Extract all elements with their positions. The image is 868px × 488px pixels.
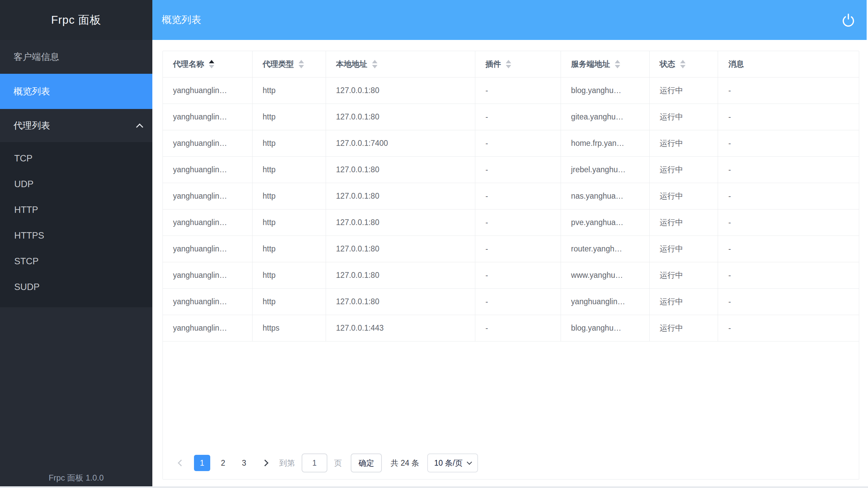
cell-local-addr: 127.0.0.1:80 <box>326 77 476 104</box>
table-body: yanghuanglin… http 127.0.0.1:80 - blog.y… <box>163 77 859 341</box>
page-button-2[interactable]: 2 <box>215 455 231 471</box>
column-label: 状态 <box>660 59 675 69</box>
table-row: yanghuanglin… http 127.0.0.1:80 - router… <box>163 236 859 262</box>
cell-proxy-type: http <box>253 289 326 315</box>
sort-icon <box>299 60 304 68</box>
sidebar-item-client-info[interactable]: 客户端信息 <box>0 40 152 74</box>
cell-proxy-name: yanghuanglin… <box>163 315 253 341</box>
sort-icon <box>209 60 214 68</box>
cell-message: - <box>718 209 859 236</box>
cell-proxy-type: http <box>253 77 326 104</box>
cell-local-addr: 127.0.0.1:80 <box>326 236 476 262</box>
submenu-label: STCP <box>14 256 39 267</box>
column-header-local-addr[interactable]: 本地地址 <box>326 51 476 77</box>
cell-server-addr: gitea.yanghu… <box>561 104 650 130</box>
cell-status: 运行中 <box>650 236 718 262</box>
table-row: yanghuanglin… http 127.0.0.1:80 - nas.ya… <box>163 183 859 209</box>
column-label: 服务端地址 <box>571 59 610 69</box>
cell-plugin: - <box>475 77 561 104</box>
overview-card: 代理名称 代理类型 本地地址 插件 服务端地址 状态 <box>162 51 859 480</box>
cell-server-addr: blog.yanghu… <box>561 315 650 341</box>
cell-message: - <box>718 183 859 209</box>
cell-proxy-type: http <box>253 209 326 236</box>
power-icon <box>841 12 856 28</box>
sort-icon <box>615 60 620 68</box>
sidebar-item-tcp[interactable]: TCP <box>0 146 152 171</box>
cell-local-addr: 127.0.0.1:443 <box>326 315 476 341</box>
cell-status: 运行中 <box>650 77 718 104</box>
chevron-right-icon <box>262 460 268 466</box>
cell-plugin: - <box>475 209 561 236</box>
cell-server-addr: yanghuanglin… <box>561 289 650 315</box>
sidebar-item-label: 概览列表 <box>14 85 50 97</box>
chevron-down-icon <box>466 459 472 465</box>
cell-status: 运行中 <box>650 209 718 236</box>
cell-proxy-name: yanghuanglin… <box>163 157 253 183</box>
cell-server-addr: home.frp.yan… <box>561 130 650 156</box>
cell-proxy-type: http <box>253 157 326 183</box>
cell-status: 运行中 <box>650 157 718 183</box>
sidebar-item-stcp[interactable]: STCP <box>0 248 152 274</box>
proxy-submenu: TCP UDP HTTP HTTPS STCP SUDP <box>0 142 152 307</box>
column-header-plugin[interactable]: 插件 <box>475 51 561 77</box>
cell-message: - <box>718 289 859 315</box>
cell-server-addr: jrebel.yanghu… <box>561 157 650 183</box>
sidebar-item-label: 客户端信息 <box>14 51 59 63</box>
page-button-3[interactable]: 3 <box>236 455 252 471</box>
page-size-select[interactable]: 10 条/页 <box>427 453 478 472</box>
chevron-up-icon <box>136 123 143 130</box>
cell-plugin: - <box>475 183 561 209</box>
cell-message: - <box>718 77 859 104</box>
chevron-left-icon <box>178 460 185 466</box>
table-row: yanghuanglin… http 127.0.0.1:80 - gitea.… <box>163 104 859 130</box>
cell-proxy-name: yanghuanglin… <box>163 130 253 156</box>
column-label: 代理名称 <box>173 59 204 69</box>
submenu-label: HTTPS <box>14 230 44 241</box>
goto-page-input[interactable] <box>302 453 327 472</box>
cell-plugin: - <box>475 315 561 341</box>
cell-proxy-type: http <box>253 183 326 209</box>
submenu-label: UDP <box>14 179 34 190</box>
page-size-value: 10 条/页 <box>434 458 462 468</box>
cell-proxy-type: https <box>253 315 326 341</box>
sort-icon <box>680 60 686 68</box>
confirm-button[interactable]: 确定 <box>351 453 382 472</box>
column-header-server-addr[interactable]: 服务端地址 <box>561 51 650 77</box>
column-header-status[interactable]: 状态 <box>650 51 718 77</box>
cell-plugin: - <box>475 262 561 288</box>
pagination: 1 2 3 到第 页 确定 共 24 条 10 条/页 <box>173 453 478 473</box>
cell-server-addr: blog.yanghu… <box>561 77 650 104</box>
cell-plugin: - <box>475 236 561 262</box>
submenu-label: SUDP <box>14 282 40 292</box>
next-page-button[interactable] <box>257 455 273 471</box>
sidebar-item-http[interactable]: HTTP <box>0 197 152 223</box>
page-button-1[interactable]: 1 <box>194 455 210 471</box>
sidebar-item-proxy-list[interactable]: 代理列表 <box>0 109 152 142</box>
cell-message: - <box>718 262 859 288</box>
cell-proxy-type: http <box>253 236 326 262</box>
sidebar-item-udp[interactable]: UDP <box>0 171 152 197</box>
cell-message: - <box>718 157 859 183</box>
cell-server-addr: www.yanghu… <box>561 262 650 288</box>
column-label: 代理类型 <box>263 59 294 69</box>
cell-proxy-name: yanghuanglin… <box>163 104 253 130</box>
total-count-label: 共 24 条 <box>391 458 419 468</box>
column-header-message: 消息 <box>718 51 859 77</box>
sidebar-item-overview-list[interactable]: 概览列表 <box>0 74 152 109</box>
cell-status: 运行中 <box>650 289 718 315</box>
cell-proxy-type: http <box>253 130 326 156</box>
cell-proxy-name: yanghuanglin… <box>163 262 253 288</box>
sort-icon <box>372 60 377 68</box>
cell-plugin: - <box>475 289 561 315</box>
cell-proxy-name: yanghuanglin… <box>163 77 253 104</box>
prev-page-button[interactable] <box>173 455 189 471</box>
sidebar-item-sudp[interactable]: SUDP <box>0 274 152 300</box>
cell-server-addr: router.yangh… <box>561 236 650 262</box>
column-header-proxy-name[interactable]: 代理名称 <box>163 51 253 77</box>
sidebar: Frpc 面板 客户端信息 概览列表 代理列表 TCP UDP HTTP HTT… <box>0 0 152 488</box>
page-unit-label: 页 <box>334 458 342 468</box>
column-header-proxy-type[interactable]: 代理类型 <box>253 51 326 77</box>
table-row: yanghuanglin… http 127.0.0.1:80 - jrebel… <box>163 157 859 183</box>
logout-button[interactable] <box>839 10 858 29</box>
sidebar-item-https[interactable]: HTTPS <box>0 223 152 248</box>
